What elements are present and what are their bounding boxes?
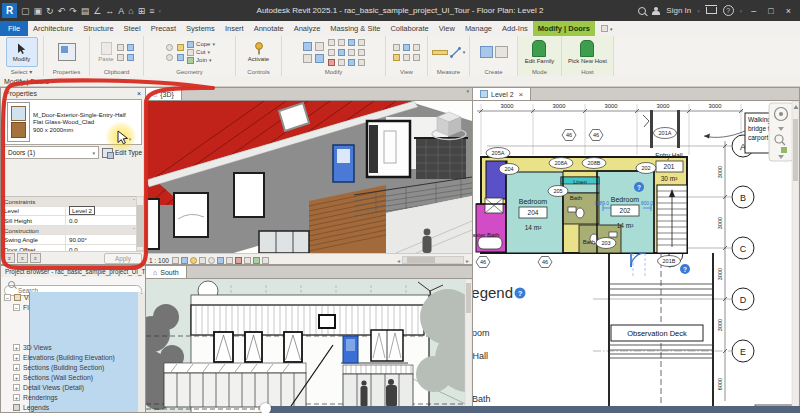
ruler-icon[interactable] <box>432 50 448 55</box>
navigation-bar[interactable] <box>769 103 793 161</box>
tab-systems[interactable]: Systems <box>181 21 220 36</box>
panel-label-select[interactable]: Select ▾ <box>0 68 43 76</box>
split-element-icon[interactable] <box>328 49 335 56</box>
revit-logo[interactable]: R <box>2 3 17 18</box>
cut-clipboard-icon[interactable] <box>117 54 124 61</box>
print-icon[interactable]: ▤ <box>81 6 90 16</box>
delete-icon[interactable] <box>328 59 335 66</box>
elevation-selected-door[interactable] <box>343 336 358 363</box>
align-icon[interactable] <box>303 42 312 51</box>
tab-manage[interactable]: Manage <box>460 21 497 36</box>
override-icon[interactable] <box>393 54 400 61</box>
tab-steel[interactable]: Steel <box>119 21 146 36</box>
properties-scrollbar[interactable] <box>136 196 144 251</box>
activate-controls-button[interactable]: Activate <box>248 42 269 62</box>
sign-in-link[interactable]: Sign In <box>666 6 691 15</box>
user-icon[interactable] <box>652 7 660 15</box>
panel-label-host[interactable]: Host <box>562 68 613 76</box>
unpin-icon[interactable] <box>338 59 345 66</box>
sort-filter-icon[interactable]: ≡ <box>30 253 41 263</box>
sun-path-icon[interactable] <box>190 257 197 264</box>
pin-icon[interactable] <box>358 49 365 56</box>
close-button[interactable]: × <box>783 6 794 16</box>
constraints-icon[interactable] <box>262 257 269 264</box>
tab-view[interactable]: View <box>434 21 460 36</box>
tab-annotate[interactable]: Annotate <box>249 21 289 36</box>
sync-icon[interactable]: ↻ <box>46 6 54 16</box>
help-badge-door201B[interactable]: ? <box>680 264 690 274</box>
paste-aligned-icon[interactable] <box>127 54 134 61</box>
plan-scrollbar[interactable] <box>792 101 799 413</box>
open-icon[interactable]: ▢ <box>21 6 30 16</box>
scale-icon[interactable] <box>348 49 355 56</box>
element-filter-dropdown[interactable]: Doors (1)▾ <box>4 146 99 159</box>
3d-selected-door[interactable] <box>333 145 354 182</box>
south-scrollbar[interactable] <box>465 279 472 413</box>
help-badge-bedroom202[interactable]: ? <box>634 182 644 192</box>
modify-tool-button[interactable]: Modify <box>6 37 38 67</box>
plan-tab-close-icon[interactable]: × <box>519 90 524 99</box>
crop-view-icon[interactable] <box>217 257 224 264</box>
wall-joins-icon[interactable] <box>166 44 173 51</box>
sign-in-caret-icon[interactable]: ▾ <box>697 8 700 14</box>
tab-insert[interactable]: Insert <box>220 21 249 36</box>
properties-close-icon[interactable]: × <box>137 90 141 97</box>
properties-palette-icon[interactable] <box>58 43 76 61</box>
dimension-icon[interactable]: ↔ <box>105 6 114 16</box>
move-icon[interactable] <box>315 42 324 51</box>
create-group-icon[interactable] <box>495 46 508 58</box>
copy-modify-icon[interactable] <box>315 54 324 63</box>
minimize-button[interactable]: – <box>748 6 759 16</box>
detail-level-icon[interactable] <box>172 257 179 264</box>
sort-grouped-icon[interactable]: ≡ <box>17 253 28 263</box>
tab-add-ins[interactable]: Add-Ins <box>497 21 533 36</box>
temporary-hide-icon[interactable] <box>235 257 242 264</box>
undo-icon[interactable]: ↶ <box>58 6 66 16</box>
offset-icon[interactable] <box>303 54 312 63</box>
tab-structure[interactable]: Structure <box>78 21 118 36</box>
tab-analyze[interactable]: Analyze <box>289 21 326 36</box>
tree-item-site[interactable]: Site <box>1 332 138 342</box>
section-construction[interactable]: Constructionˆ <box>1 226 138 236</box>
trim-icon[interactable] <box>348 39 355 46</box>
match-type-icon[interactable] <box>127 44 134 51</box>
help-icon[interactable]: ? <box>723 5 734 16</box>
tab-file[interactable]: File <box>0 21 28 36</box>
panel-label-clipboard[interactable]: Clipboard <box>90 68 143 76</box>
displace-icon[interactable] <box>413 54 420 61</box>
panel-label-view[interactable]: View <box>386 68 427 76</box>
south-canvas[interactable] <box>146 279 472 413</box>
match-icon[interactable] <box>348 59 355 66</box>
tab-precast[interactable]: Precast <box>146 21 181 36</box>
hide-icon[interactable] <box>393 44 400 51</box>
search-icon[interactable] <box>638 7 646 15</box>
cope-button[interactable]: Cope▾ <box>187 41 215 48</box>
create-similar-icon[interactable] <box>480 46 493 58</box>
tab-architecture[interactable]: Architecture <box>28 21 78 36</box>
video-progress-knob[interactable] <box>260 403 271 413</box>
panel-label-geometry[interactable]: Geometry <box>144 68 235 76</box>
tab-collaborate[interactable]: Collaborate <box>385 21 433 36</box>
maximize-button[interactable]: □ <box>765 6 776 16</box>
paste-button[interactable]: Paste <box>98 42 113 62</box>
view-3d-hscrollbar[interactable]: ◂▸ <box>397 256 469 264</box>
section-constraints[interactable]: Constraintsˆ <box>1 197 138 207</box>
paint-icon[interactable] <box>177 44 184 51</box>
pick-new-host-button[interactable]: Pick New Host <box>568 40 607 64</box>
tab-modify-doors[interactable]: Modify | Doors <box>533 21 595 36</box>
qat-customize-icon[interactable]: ▾ <box>159 8 162 14</box>
shadows-icon[interactable] <box>199 257 206 264</box>
rotate-icon[interactable] <box>338 39 345 46</box>
edit-witness-icon[interactable] <box>358 59 365 66</box>
video-progress-bar[interactable] <box>266 406 800 413</box>
type-selector-caret-icon[interactable]: ▾ <box>129 136 132 142</box>
panel-label-properties[interactable]: Properties <box>44 68 89 76</box>
view-3d-tab[interactable]: ⌂ {3D} <box>146 88 182 100</box>
visual-style-icon[interactable] <box>181 257 188 264</box>
measure-icon[interactable]: ∠ <box>93 6 101 16</box>
ribbon-display-toggle[interactable]: ▾ <box>601 21 613 36</box>
demolish-icon[interactable] <box>177 54 184 61</box>
panel-label-mode[interactable]: Mode <box>518 68 561 76</box>
panel-label-modify[interactable]: Modify <box>282 68 385 76</box>
thin-lines-icon[interactable]: ≡ <box>149 6 154 16</box>
